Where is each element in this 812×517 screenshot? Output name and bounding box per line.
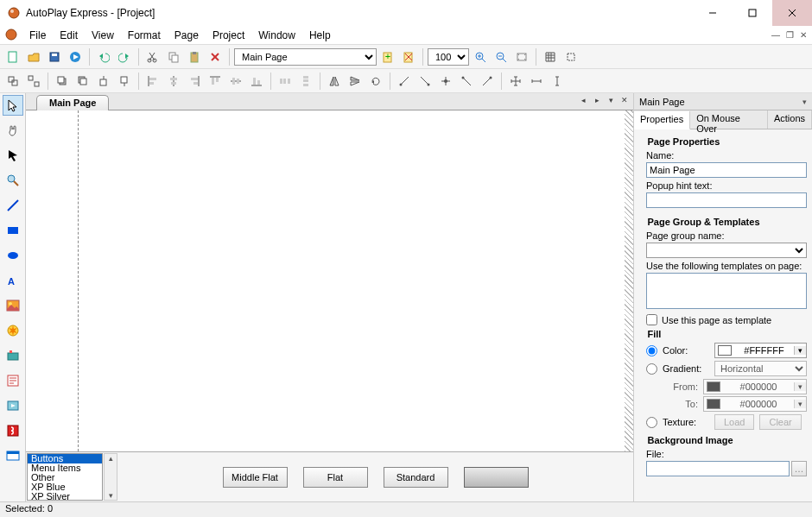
tab-next-icon[interactable]: ▸ xyxy=(592,95,602,105)
save-icon[interactable] xyxy=(45,47,64,66)
menu-format[interactable]: Format xyxy=(121,28,168,43)
tool-flash[interactable] xyxy=(3,420,23,441)
checkbox-use-as-template[interactable] xyxy=(646,314,657,325)
anchor-br-icon[interactable] xyxy=(478,72,497,91)
open-icon[interactable] xyxy=(24,47,43,66)
redo-icon[interactable] xyxy=(115,47,134,66)
ungroup-icon[interactable] xyxy=(24,72,43,91)
resize-h-icon[interactable] xyxy=(548,72,567,91)
tool-select-arrow[interactable] xyxy=(3,145,23,166)
tab-menu-icon[interactable]: ▾ xyxy=(606,95,616,105)
anchor-center-icon[interactable] xyxy=(436,72,455,91)
run-icon[interactable] xyxy=(66,47,85,66)
palette-preview-4[interactable] xyxy=(464,467,529,488)
tool-line[interactable] xyxy=(3,195,23,216)
palette-preview-2[interactable]: Flat xyxy=(303,467,368,488)
mdi-minimize-icon[interactable]: — xyxy=(771,30,781,41)
close-button[interactable] xyxy=(772,0,812,26)
input-name[interactable] xyxy=(646,162,807,178)
page-selector[interactable]: Main Page xyxy=(234,48,377,66)
menu-window[interactable]: Window xyxy=(251,28,302,43)
chevron-down-icon[interactable]: ▾ xyxy=(794,382,806,391)
palette-preview-1[interactable]: Middle Flat xyxy=(223,467,288,488)
combo-gradient[interactable]: Horizontal xyxy=(714,361,807,376)
distribute-v-icon[interactable] xyxy=(296,72,315,91)
design-canvas[interactable] xyxy=(26,110,633,451)
minimize-button[interactable] xyxy=(693,0,733,26)
chevron-down-icon[interactable]: ▾ xyxy=(794,400,806,408)
snap-icon[interactable] xyxy=(561,47,580,66)
maximize-button[interactable] xyxy=(733,0,772,26)
radio-color[interactable] xyxy=(646,345,657,356)
browse-button[interactable]: … xyxy=(791,461,807,476)
resize-w-icon[interactable] xyxy=(527,72,546,91)
tool-hotspot[interactable] xyxy=(3,345,23,366)
check-use-as-template[interactable]: Use this page as template xyxy=(646,314,807,325)
zoom-fit-icon[interactable] xyxy=(512,47,531,66)
flip-v-icon[interactable] xyxy=(346,72,365,91)
group-icon[interactable] xyxy=(3,72,22,91)
color-from[interactable]: #000000 ▾ xyxy=(703,379,807,394)
add-page-icon[interactable]: + xyxy=(378,47,397,66)
palette-categories[interactable]: Buttons Menu Items Other XP Blue XP Silv… xyxy=(27,453,103,501)
mdi-close-icon[interactable]: ✕ xyxy=(798,30,809,41)
anchor-tr-icon[interactable] xyxy=(416,72,435,91)
input-hint[interactable] xyxy=(646,192,807,208)
backward-icon[interactable] xyxy=(115,72,134,91)
paste-icon[interactable] xyxy=(185,47,204,66)
copy-icon[interactable] xyxy=(164,47,183,66)
button-clear[interactable]: Clear xyxy=(759,414,801,430)
radio-texture[interactable] xyxy=(646,417,657,428)
tool-ellipse[interactable] xyxy=(3,245,23,266)
forward-icon[interactable] xyxy=(94,72,113,91)
combo-group-name[interactable] xyxy=(646,243,807,258)
tool-image[interactable] xyxy=(3,295,23,316)
tab-actions[interactable]: Actions xyxy=(768,110,812,129)
radio-gradient[interactable] xyxy=(646,363,657,375)
menu-edit[interactable]: Edit xyxy=(53,28,85,43)
align-left-icon[interactable] xyxy=(143,72,162,91)
tool-zoom[interactable] xyxy=(3,170,23,191)
distribute-h-icon[interactable] xyxy=(276,72,295,91)
cut-icon[interactable] xyxy=(143,47,162,66)
palette-preview-3[interactable]: Standard xyxy=(384,467,448,488)
tool-activex[interactable] xyxy=(3,445,23,466)
palette-scrollbar[interactable]: ▴▾ xyxy=(104,453,117,501)
menu-page[interactable]: Page xyxy=(168,28,206,43)
tool-pointer[interactable] xyxy=(3,95,23,116)
tool-hand[interactable] xyxy=(3,120,23,141)
send-back-icon[interactable] xyxy=(73,72,92,91)
menu-help[interactable]: Help xyxy=(302,28,338,43)
align-center-h-icon[interactable] xyxy=(164,72,183,91)
bring-front-icon[interactable] xyxy=(53,72,72,91)
tab-close-icon[interactable]: ✕ xyxy=(619,95,630,105)
zoom-selector[interactable]: 100% xyxy=(428,48,469,66)
tool-html[interactable] xyxy=(3,370,23,391)
tool-text[interactable]: A xyxy=(3,270,23,291)
properties-header[interactable]: Main Page ▾ xyxy=(634,93,812,110)
tab-prev-icon[interactable]: ◂ xyxy=(578,95,588,105)
new-icon[interactable] xyxy=(3,47,22,66)
tool-rect[interactable] xyxy=(3,220,23,241)
zoom-out-icon[interactable] xyxy=(492,47,511,66)
flip-h-icon[interactable] xyxy=(325,72,344,91)
grid-icon[interactable] xyxy=(541,47,560,66)
menu-file[interactable]: File xyxy=(22,28,53,43)
chevron-down-icon[interactable]: ▾ xyxy=(794,346,806,355)
anchor-bl-icon[interactable] xyxy=(457,72,476,91)
delete-page-icon[interactable] xyxy=(399,47,418,66)
rotate-icon[interactable] xyxy=(366,72,385,91)
delete-icon[interactable] xyxy=(206,47,225,66)
input-bg-file[interactable] xyxy=(646,461,790,476)
button-load[interactable]: Load xyxy=(714,414,754,430)
tab-properties[interactable]: Properties xyxy=(634,111,690,129)
align-bottom-icon[interactable] xyxy=(247,72,266,91)
menu-view[interactable]: View xyxy=(85,28,121,43)
palette-cat-xpsilver[interactable]: XP Silver xyxy=(28,492,102,501)
tool-animation[interactable] xyxy=(3,320,23,341)
tool-media[interactable] xyxy=(3,395,23,416)
menu-project[interactable]: Project xyxy=(206,28,251,43)
tab-mouseover[interactable]: On Mouse Over xyxy=(690,110,768,129)
anchor-tl-icon[interactable] xyxy=(395,72,414,91)
zoom-in-icon[interactable] xyxy=(471,47,490,66)
